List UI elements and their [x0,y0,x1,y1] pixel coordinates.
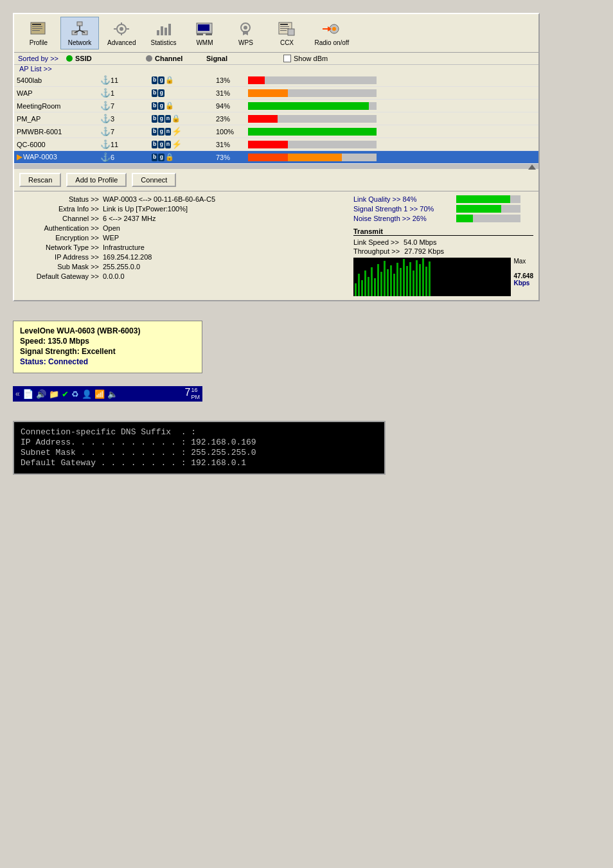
ap-row[interactable]: PMWBR-6001 ⚓7 bgn ⚡ 100% [14,125,538,138]
svg-rect-24 [206,33,212,35]
rescan-button[interactable]: Rescan [19,173,61,187]
ap-list-link[interactable]: AP List >> [19,65,52,73]
subnet-value: 255.255.0.0 [103,263,140,270]
status-row-encryption: Encryption >> WEP [19,234,343,242]
toolbar-radio[interactable]: Radio on/off [308,17,355,49]
taskbar-icon-back: « [15,389,20,398]
utility-window: Profile Network [13,13,540,301]
kbps-unit: Kbps [513,279,533,287]
taskbar-icon-recycle: ♻ [71,389,79,399]
noise-label: Noise Strength >> 26% [353,215,456,222]
link-quality-fill [456,195,510,203]
ccx-icon [276,20,297,38]
network-icon [69,20,90,38]
quality-bars: Link Quality >> 84% Signal Strength 1 >>… [353,195,533,222]
ap-mode-icons: bgn ⚡ [152,139,216,149]
tooltip-line3: Signal Strength: Excellent [20,347,195,356]
profile-icon [28,20,49,38]
channel-label: Channel >> [19,215,103,222]
toolbar-radio-label: Radio on/off [314,39,349,46]
taskbar-bar: « 📄 🔊 📁 ✔ ♻ 👤 📶 🔈 7 16 PM [13,386,202,402]
signal-strength-label: Signal Strength 1 >> 70% [353,205,456,213]
toolbar-ccx-label: CCX [280,39,294,46]
ap-signal-pct: 23% [216,115,248,123]
throughput-value: 27.792 Kbps [404,247,444,255]
toolbar-network-label: Network [68,39,92,46]
svg-rect-3 [32,28,42,29]
network-type-value: Infrastructure [103,244,145,251]
advanced-icon [111,20,132,38]
taskbar-time: 7 16 PM [185,387,200,401]
toolbar-network[interactable]: Network [60,17,99,49]
svg-rect-15 [114,28,116,30]
status-row-gateway: Default Gateway >> 0.0.0.0 [19,272,343,280]
ap-name: ▶WAP-0003 [17,153,100,161]
ap-channel: ⚓11 [100,75,152,85]
signal-strength-row: Signal Strength 1 >> 70% [353,205,533,213]
toolbar-profile-label: Profile [30,39,48,46]
sorted-by[interactable]: Sorted by >> [18,55,58,62]
toolbar-wps[interactable]: WPS [226,17,265,49]
taskbar-icon-volume: 🔈 [107,389,118,399]
ap-signal-pct: 31% [216,141,248,148]
signal-strength-fill [456,205,501,213]
ap-row[interactable]: PM_AP ⚓3 bgn 🔒 23% [14,112,538,125]
add-to-profile-button[interactable]: Add to Profile [66,173,127,187]
ap-row[interactable]: MeetingRoom ⚓7 bg 🔒 94% [14,100,538,112]
status-value: WAP-0003 <--> 00-11-6B-60-6A-C5 [103,195,215,203]
ap-signal-pct: 31% [216,89,248,97]
ap-row[interactable]: WAP ⚓1 bg 31% [14,87,538,100]
scrollbar[interactable] [14,164,538,169]
ap-signal-pct: 73% [216,154,248,161]
taskbar-icon-check: ✔ [62,389,69,399]
toolbar-statistics[interactable]: Statistics [144,17,182,49]
ap-name: WAP [17,89,100,97]
signal-strength-bar [456,205,520,213]
svg-rect-14 [121,33,122,35]
ap-mode-icons: bgn ⚡ [152,127,216,136]
taskbar-icon-sound: 🔊 [36,389,46,399]
gateway-value: 0.0.0.0 [103,272,125,280]
svg-rect-19 [164,28,167,35]
svg-rect-1 [32,24,41,25]
status-left: Status >> WAP-0003 <--> 00-11-6B-60-6A-C… [19,195,343,296]
cmd-line: IP Address. . . . . . . . . . . : 192.16… [21,438,378,447]
toolbar-profile[interactable]: Profile [19,17,58,49]
svg-rect-17 [157,30,159,35]
connect-button[interactable]: Connect [132,173,176,187]
encryption-value: WEP [103,234,119,242]
network-type-label: Network Type >> [19,244,103,251]
ap-channel: ⚓7 [100,127,152,136]
ap-row[interactable]: 5400lab ⚓11 bg 🔒 13% [14,74,538,87]
tooltip-line1: LevelOne WUA-0603 (WBR-6003) [20,326,195,335]
ip-label: IP Address >> [19,253,103,261]
toolbar-ccx[interactable]: CCX [267,17,306,49]
toolbar-statistics-label: Statistics [150,39,176,46]
svg-rect-16 [127,28,129,30]
channel-value: 6 <--> 2437 MHz [103,215,156,222]
status-section: Status >> WAP-0003 <--> 00-11-6B-60-6A-C… [14,191,538,300]
svg-rect-4 [32,30,40,31]
time-ampm: PM [191,394,200,401]
svg-rect-22 [198,24,209,31]
toolbar-wmm[interactable]: WMM [185,17,224,49]
auth-value: Open [103,224,120,232]
svg-point-12 [120,27,123,31]
noise-bar [456,215,520,222]
toolbar-wps-label: WPS [238,39,253,46]
ap-signal-pct: 100% [216,128,248,136]
transmit-section: Transmit Link Speed >> 54.0 Mbps Through… [353,227,533,296]
toolbar-advanced[interactable]: Advanced [102,17,141,49]
ap-signal-bar [248,76,377,84]
link-quality-row: Link Quality >> 84% [353,195,533,203]
taskbar-icon-folder: 📁 [49,389,59,399]
ap-signal-bar [248,141,377,148]
ap-header: Sorted by >> SSID Channel Signal Show dB… [14,53,538,65]
cmd-line: Default Gateway . . . . . . . . : 192.16… [21,458,378,468]
ap-row-selected[interactable]: ▶WAP-0003 ⚓6 bg 🔒 73% [14,151,538,164]
show-dbm-checkbox[interactable] [283,55,291,62]
ap-row[interactable]: QC-6000 ⚓11 bgn ⚡ 31% [14,138,538,151]
toolbar: Profile Network [14,14,538,53]
ap-channel: ⚓7 [100,101,152,111]
ap-signal-bar [248,115,377,123]
